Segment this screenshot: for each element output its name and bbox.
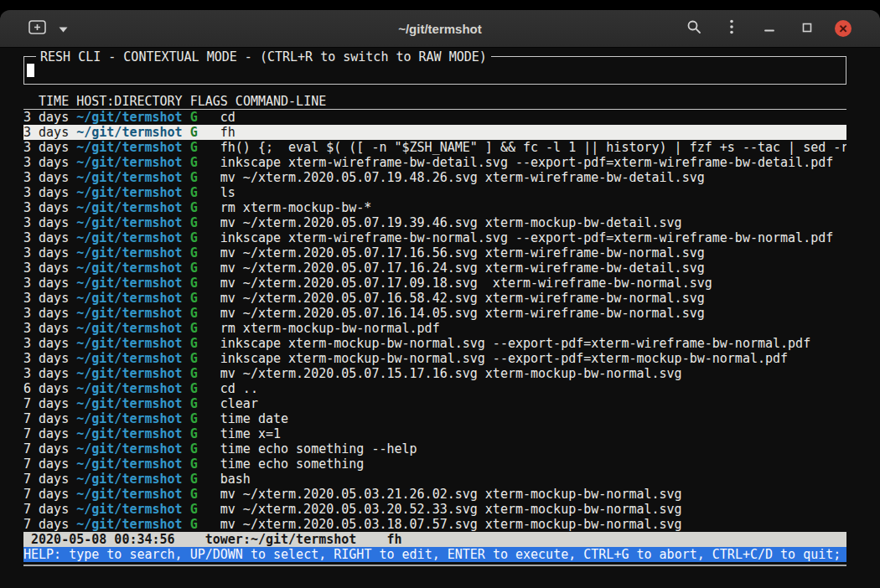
history-row[interactable]: 7 days~/git/termshotGtime date [23, 411, 846, 426]
row-command: fh() {; eval $( ([ -n "$ZSH_NAME" ] && f… [220, 140, 846, 155]
row-flags: G [190, 170, 220, 185]
row-command: clear [220, 396, 258, 411]
row-time: 3 days [23, 185, 76, 200]
row-command: mv ~/xterm.2020.05.07.16.58.42.svg xterm… [220, 291, 705, 306]
row-command: inkscape xterm-mockup-bw-normal.svg --ex… [220, 336, 810, 351]
search-button[interactable] [684, 18, 704, 39]
close-button[interactable]: ✕ [835, 20, 852, 37]
row-time: 3 days [23, 366, 76, 381]
row-flags: G [190, 487, 220, 502]
row-time: 3 days [23, 230, 76, 245]
row-command: mv ~/xterm.2020.05.07.15.17.16.svg xterm… [220, 366, 682, 381]
row-time: 3 days [23, 336, 76, 351]
history-row[interactable]: 3 days~/git/termshotGmv ~/xterm.2020.05.… [23, 291, 846, 306]
row-time: 7 days [23, 472, 76, 487]
history-row[interactable]: 7 days~/git/termshotGtime echo something… [23, 441, 846, 456]
menu-button[interactable] [722, 18, 742, 39]
row-flags: G [190, 140, 220, 155]
row-time: 6 days [23, 381, 76, 396]
history-row[interactable]: 3 days~/git/termshotGinkscape xterm-wire… [23, 155, 846, 170]
row-command: mv ~/xterm.2020.05.07.17.09.18.svg xterm… [220, 276, 712, 291]
history-row[interactable]: 7 days~/git/termshotGmv ~/xterm.2020.05.… [23, 487, 846, 502]
row-command: inkscape xterm-mockup-bw-normal.svg --ex… [220, 351, 788, 366]
row-time: 3 days [23, 140, 76, 155]
history-row[interactable]: 3 days~/git/termshotGinkscape xterm-wire… [23, 230, 846, 245]
row-directory: ~/git/termshot [76, 472, 189, 487]
history-row[interactable]: 3 days~/git/termshotGinkscape xterm-mock… [23, 351, 846, 366]
history-row[interactable]: 3 days~/git/termshotGmv ~/xterm.2020.05.… [23, 245, 846, 260]
terminal-content: RESH CLI - CONTEXTUAL MODE - (CTRL+R to … [0, 48, 880, 588]
new-tab-icon [28, 20, 46, 38]
history-row[interactable]: 7 days~/git/termshotGbash [23, 472, 846, 487]
history-row[interactable]: 3 days~/git/termshotGmv ~/xterm.2020.05.… [23, 276, 846, 291]
row-directory: ~/git/termshot [76, 336, 189, 351]
row-command: fh [220, 125, 236, 140]
row-time: 3 days [23, 170, 76, 185]
row-time: 3 days [23, 260, 76, 276]
restore-icon [802, 21, 812, 36]
row-flags: G [190, 230, 220, 245]
row-command: ls [220, 185, 236, 200]
row-time: 3 days [23, 321, 76, 336]
chevron-down-icon [59, 21, 68, 36]
row-flags: G [190, 351, 220, 366]
row-flags: G [190, 306, 220, 321]
row-command: time echo something --help [220, 441, 417, 456]
history-row[interactable]: 3 days~/git/termshotGmv ~/xterm.2020.05.… [23, 215, 846, 230]
resh-mode-title: RESH CLI - CONTEXTUAL MODE - (CTRL+R to … [36, 49, 491, 64]
row-time: 3 days [23, 110, 76, 125]
row-directory: ~/git/termshot [76, 125, 189, 140]
row-command: mv ~/xterm.2020.05.07.17.16.24.svg xterm… [220, 260, 705, 276]
row-time: 7 days [23, 487, 76, 502]
table-header: TIME HOST:DIRECTORY FLAGS COMMAND-LINE [23, 94, 846, 110]
row-flags: G [190, 110, 220, 125]
new-tab-button[interactable] [27, 18, 47, 39]
history-row[interactable]: 3 days~/git/termshotGmv ~/xterm.2020.05.… [23, 260, 846, 276]
row-directory: ~/git/termshot [76, 351, 189, 366]
history-row[interactable]: 3 days~/git/termshotGfh [23, 125, 846, 140]
row-directory: ~/git/termshot [76, 366, 189, 381]
history-row[interactable]: 7 days~/git/termshotGmv ~/xterm.2020.05.… [23, 517, 846, 532]
row-command: cd [220, 110, 236, 125]
row-time: 7 days [23, 456, 76, 472]
history-row[interactable]: 3 days~/git/termshotGmv ~/xterm.2020.05.… [23, 170, 846, 185]
row-directory: ~/git/termshot [76, 260, 189, 276]
row-command: rm xterm-mockup-bw-normal.pdf [220, 321, 440, 336]
history-row[interactable]: 3 days~/git/termshotGinkscape xterm-mock… [23, 336, 846, 351]
row-directory: ~/git/termshot [76, 426, 189, 441]
row-directory: ~/git/termshot [76, 487, 189, 502]
row-flags: G [190, 396, 220, 411]
history-row[interactable]: 3 days~/git/termshotGmv ~/xterm.2020.05.… [23, 306, 846, 321]
close-icon: ✕ [839, 23, 848, 34]
history-row[interactable]: 3 days~/git/termshotGrm xterm-mockup-bw-… [23, 321, 846, 336]
history-row[interactable]: 7 days~/git/termshotGmv ~/xterm.2020.05.… [23, 502, 846, 517]
row-directory: ~/git/termshot [76, 306, 189, 321]
kebab-menu-icon [730, 19, 733, 38]
history-row[interactable]: 7 days~/git/termshotGtime x=1 [23, 426, 846, 441]
history-list: 3 days~/git/termshotGcd 3 days~/git/term… [23, 110, 846, 532]
row-command: mv ~/xterm.2020.05.07.16.14.05.svg xterm… [220, 306, 705, 321]
search-query-line[interactable] [27, 64, 843, 78]
history-row[interactable]: 3 days~/git/termshotGmv ~/xterm.2020.05.… [23, 366, 846, 381]
row-directory: ~/git/termshot [76, 110, 189, 125]
row-directory: ~/git/termshot [76, 396, 189, 411]
history-row[interactable]: 7 days~/git/termshotGclear [23, 396, 846, 411]
row-command: mv ~/xterm.2020.05.03.21.26.02.svg xterm… [220, 487, 682, 502]
minimize-icon [764, 21, 774, 36]
row-flags: G [190, 125, 220, 140]
row-flags: G [190, 426, 220, 441]
help-bar: HELP: type to search, UP/DOWN to select,… [23, 547, 846, 562]
restore-button[interactable] [797, 18, 817, 39]
history-row[interactable]: 3 days~/git/termshotGrm xterm-mockup-bw-… [23, 200, 846, 215]
tab-switcher-button[interactable] [53, 18, 73, 39]
row-directory: ~/git/termshot [76, 155, 189, 170]
resh-cli-screen: RESH CLI - CONTEXTUAL MODE - (CTRL+R to … [23, 56, 846, 566]
history-row[interactable]: 3 days~/git/termshotGls [23, 185, 846, 200]
history-row[interactable]: 3 days~/git/termshotGcd [23, 110, 846, 125]
history-row[interactable]: 7 days~/git/termshotGtime echo something [23, 456, 846, 472]
row-time: 7 days [23, 502, 76, 517]
history-row[interactable]: 6 days~/git/termshotGcd .. [23, 381, 846, 396]
row-flags: G [190, 321, 220, 336]
history-row[interactable]: 3 days~/git/termshotGfh() {; eval $( ([ … [23, 140, 846, 155]
minimize-button[interactable] [759, 18, 779, 39]
